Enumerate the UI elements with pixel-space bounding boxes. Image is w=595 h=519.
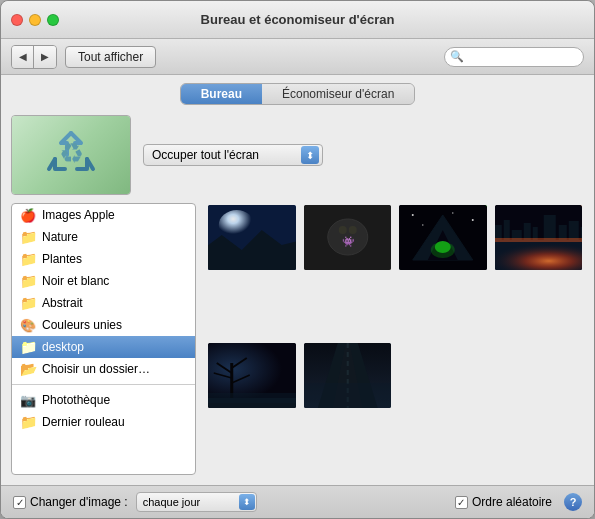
grid-image-1[interactable] (206, 203, 298, 337)
sidebar-label-plantes: Plantes (42, 252, 82, 266)
svg-point-16 (472, 219, 474, 221)
grid-image-6[interactable] (302, 341, 394, 475)
sidebar-label-phototheque: Photothèque (42, 393, 110, 407)
svg-text:♻: ♻ (59, 138, 84, 169)
image-4 (495, 205, 583, 270)
svg-point-18 (422, 224, 424, 226)
colors-icon: 🎨 (20, 317, 36, 333)
sidebar-item-noir-blanc[interactable]: 📁 Noir et blanc (12, 270, 195, 292)
sidebar[interactable]: 🍎 Images Apple 📁 Nature 📁 Plantes 📁 Noir… (11, 203, 196, 475)
main-content: ♻ Occuper tout l'écran Étirer pour rempl… (1, 105, 594, 485)
window-title: Bureau et économiseur d'écran (201, 12, 395, 27)
grid-image-3[interactable] (397, 203, 489, 337)
change-image-checkmark: ✓ (16, 497, 24, 508)
sidebar-label-images-apple: Images Apple (42, 208, 115, 222)
sidebar-item-nature[interactable]: 📁 Nature (12, 226, 195, 248)
svg-rect-44 (304, 383, 392, 408)
image-1 (208, 205, 296, 270)
svg-rect-25 (523, 223, 530, 240)
svg-rect-21 (495, 240, 583, 270)
sidebar-item-abstrait[interactable]: 📁 Abstrait (12, 292, 195, 314)
random-order-label: Ordre aléatoire (472, 495, 552, 509)
random-order-checkbox-label[interactable]: ✓ Ordre aléatoire (455, 495, 552, 509)
change-image-label: Changer d'image : (30, 495, 128, 509)
svg-rect-29 (568, 221, 578, 240)
image-5 (208, 343, 296, 408)
svg-rect-27 (543, 215, 555, 240)
image-2: 👾 (304, 205, 392, 270)
folder-icon-desktop: 📁 (20, 339, 36, 355)
maximize-button[interactable] (47, 14, 59, 26)
svg-rect-31 (495, 238, 583, 242)
dropdown-section: Occuper tout l'écran Étirer pour remplir… (143, 144, 323, 166)
show-all-button[interactable]: Tout afficher (65, 46, 156, 68)
sidebar-item-plantes[interactable]: 📁 Plantes (12, 248, 195, 270)
grid-image-4[interactable] (493, 203, 585, 337)
close-button[interactable] (11, 14, 23, 26)
sidebar-item-dernier-rouleau[interactable]: 📁 Dernier rouleau (12, 411, 195, 433)
svg-point-15 (412, 214, 414, 216)
toolbar: ◀ ▶ Tout afficher 🔍 (1, 39, 594, 75)
search-icon: 🔍 (450, 50, 464, 63)
middle-section: 🍎 Images Apple 📁 Nature 📁 Plantes 📁 Noir… (11, 203, 584, 475)
sidebar-item-phototheque[interactable]: 📷 Photothèque (12, 389, 195, 411)
traffic-lights (11, 14, 59, 26)
help-button[interactable]: ? (564, 493, 582, 511)
folder-add-icon: 📂 (20, 361, 36, 377)
search-input[interactable] (444, 47, 584, 67)
tab-container: Bureau Économiseur d'écran (180, 83, 416, 105)
sidebar-item-images-apple[interactable]: 🍎 Images Apple (12, 204, 195, 226)
svg-point-8 (348, 226, 356, 234)
back-button[interactable]: ◀ (12, 46, 34, 68)
forward-button[interactable]: ▶ (34, 46, 56, 68)
apple-icon: 🍎 (20, 207, 36, 223)
tab-bar: Bureau Économiseur d'écran (1, 75, 594, 105)
folder-icon-abstrait: 📁 (20, 295, 36, 311)
recycle-icon: ♻ (41, 125, 101, 185)
change-image-checkbox-label[interactable]: ✓ Changer d'image : (13, 495, 128, 509)
grid-image-5[interactable] (206, 341, 298, 475)
image-6 (304, 343, 392, 408)
svg-point-7 (338, 226, 346, 234)
bottom-bar: ✓ Changer d'image : chaque jour chaque h… (1, 485, 594, 518)
fit-dropdown-wrapper: Occuper tout l'écran Étirer pour remplir… (143, 144, 323, 166)
sidebar-label-noir-blanc: Noir et blanc (42, 274, 109, 288)
image-3 (399, 205, 487, 270)
minimize-button[interactable] (29, 14, 41, 26)
search-box: 🔍 (444, 47, 584, 67)
folder-icon-noir-blanc: 📁 (20, 273, 36, 289)
preview-image: ♻ (12, 116, 130, 194)
preview-box: ♻ (11, 115, 131, 195)
folder-icon-plantes: 📁 (20, 251, 36, 267)
sidebar-label-couleurs-unies: Couleurs unies (42, 318, 122, 332)
tab-economiseur[interactable]: Économiseur d'écran (262, 84, 414, 104)
sidebar-label-desktop: desktop (42, 340, 84, 354)
svg-rect-23 (503, 220, 509, 240)
random-order-checkmark: ✓ (457, 497, 465, 508)
sidebar-label-choisir-dossier: Choisir un dossier… (42, 362, 150, 376)
sidebar-label-abstrait: Abstrait (42, 296, 83, 310)
grid-image-2[interactable]: 👾 (302, 203, 394, 337)
images-grid: 👾 (206, 203, 584, 475)
fit-dropdown[interactable]: Occuper tout l'écran Étirer pour remplir… (143, 144, 323, 166)
titlebar: Bureau et économiseur d'écran (1, 1, 594, 39)
svg-text:👾: 👾 (341, 235, 354, 248)
nav-buttons: ◀ ▶ (11, 45, 57, 69)
preview-section: ♻ Occuper tout l'écran Étirer pour rempl… (11, 115, 584, 195)
frequency-dropdown[interactable]: chaque jour chaque heure chaque 30 minut… (136, 492, 257, 512)
sidebar-item-couleurs-unies[interactable]: 🎨 Couleurs unies (12, 314, 195, 336)
sidebar-item-desktop[interactable]: 📁 desktop (12, 336, 195, 358)
sidebar-label-nature: Nature (42, 230, 78, 244)
tab-bureau[interactable]: Bureau (181, 84, 262, 104)
random-order-checkbox[interactable]: ✓ (455, 496, 468, 509)
svg-rect-39 (208, 393, 296, 403)
phototheque-icon: 📷 (20, 392, 36, 408)
folder-icon-nature: 📁 (20, 229, 36, 245)
svg-rect-22 (495, 225, 502, 240)
frequency-dropdown-wrapper: chaque jour chaque heure chaque 30 minut… (136, 492, 257, 512)
sidebar-separator-1 (12, 384, 195, 385)
svg-rect-28 (558, 225, 566, 240)
svg-point-2 (219, 210, 255, 240)
change-image-checkbox[interactable]: ✓ (13, 496, 26, 509)
sidebar-item-choisir-dossier[interactable]: 📂 Choisir un dossier… (12, 358, 195, 380)
